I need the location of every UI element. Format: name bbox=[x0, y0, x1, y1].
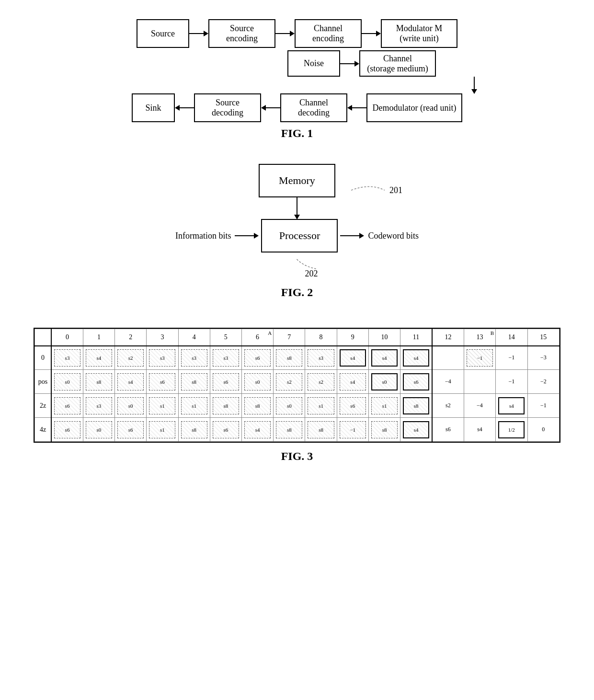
fig3-cell-1-4: s8 bbox=[178, 370, 210, 394]
fig3-label: FIG. 3 bbox=[281, 450, 313, 463]
fig3-cell-2-1: s3 bbox=[83, 394, 114, 418]
fig3-cell-0-10: s4 bbox=[368, 346, 400, 370]
fig3-cell-0-12 bbox=[432, 346, 464, 370]
sink-box: Sink bbox=[132, 93, 175, 122]
fig2-diagram: Memory 201 Information bits bbox=[153, 164, 441, 252]
fig3-cell-1-0: s0 bbox=[51, 370, 83, 394]
col-header-9: 9 bbox=[337, 329, 368, 346]
col-header-7: 7 bbox=[274, 329, 305, 346]
fig3-row-1: poss0s8s4s6s8s6s0s2s2s4s0s6−4−1−2 bbox=[35, 370, 560, 394]
fig3-cell-3-8: s8 bbox=[305, 418, 337, 442]
fig3-cell-3-4: s8 bbox=[178, 418, 210, 442]
fig3-cell-1-1: s8 bbox=[83, 370, 114, 394]
fig3-cell-3-0: s6 bbox=[51, 418, 83, 442]
fig3-row-header-0: 0 bbox=[35, 346, 52, 370]
fig3-row-0: 0s3s4s2s3s3s3s6s8s3s4s4s4−1−1−3 bbox=[35, 346, 560, 370]
fig3-cell-2-10: s1 bbox=[368, 394, 400, 418]
fig3-cell-3-9: −1 bbox=[337, 418, 368, 442]
fig3-cell-0-8: s3 bbox=[305, 346, 337, 370]
fig3-cell-2-2: s0 bbox=[115, 394, 147, 418]
fig3-cell-3-2: s6 bbox=[115, 418, 147, 442]
col-header-3: 3 bbox=[147, 329, 178, 346]
channel-decoding-box: Channel decoding bbox=[280, 93, 347, 122]
fig3-cell-2-0: s6 bbox=[51, 394, 83, 418]
fig3-container: 0 1 2 3 4 5 6 A 7 8 9 10 11 12 13 B bbox=[29, 328, 565, 477]
fig2-memory-row: Memory 201 bbox=[259, 164, 335, 197]
fig3-cell-0-7: s8 bbox=[274, 346, 305, 370]
fig2-container: Memory 201 Information bits bbox=[29, 164, 565, 313]
fig3-cell-0-11: s4 bbox=[400, 346, 432, 370]
fig3-cell-1-13 bbox=[464, 370, 495, 394]
fig1-label: FIG. 1 bbox=[281, 127, 313, 140]
fig3-cell-3-10: s8 bbox=[368, 418, 400, 442]
fig3-cell-1-7: s2 bbox=[274, 370, 305, 394]
col-header-11: 11 bbox=[400, 329, 432, 346]
fig3-cell-1-2: s4 bbox=[115, 370, 147, 394]
col-header-0: 0 bbox=[51, 329, 83, 346]
fig3-cell-0-0: s3 bbox=[51, 346, 83, 370]
fig3-cell-0-5: s3 bbox=[210, 346, 241, 370]
fig3-row-3: 4zs6s0s6s1s8s6s4s8s8−1s8s4s6s41/20 bbox=[35, 418, 560, 442]
fig3-cell-2-9: s6 bbox=[337, 394, 368, 418]
fig3-cell-0-1: s4 bbox=[83, 346, 114, 370]
fig3-cell-3-6: s4 bbox=[241, 418, 273, 442]
fig3-cell-3-5: s6 bbox=[210, 418, 241, 442]
col-header-12: 12 bbox=[432, 329, 464, 346]
fig3-cell-2-14: s4 bbox=[496, 394, 527, 418]
fig1-wrapper: Source Source encoding Channel encoding … bbox=[81, 19, 513, 122]
col-header-1: 1 bbox=[83, 329, 114, 346]
col-header-15: 15 bbox=[527, 329, 559, 346]
fig3-cell-3-7: s8 bbox=[274, 418, 305, 442]
fig3-cell-3-11: s4 bbox=[400, 418, 432, 442]
memory-box: Memory bbox=[259, 164, 335, 197]
fig3-cell-1-15: −2 bbox=[527, 370, 559, 394]
fig3-cell-2-5: s8 bbox=[210, 394, 241, 418]
fig3-cell-0-6: s6 bbox=[241, 346, 273, 370]
fig3-cell-2-4: s1 bbox=[178, 394, 210, 418]
fig3-cell-3-3: s1 bbox=[147, 418, 178, 442]
processor-id-label: 202 bbox=[276, 259, 318, 279]
source-decoding-box: Source decoding bbox=[194, 93, 261, 122]
fig3-row-header-3: 4z bbox=[35, 418, 52, 442]
fig3-cell-1-9: s4 bbox=[337, 370, 368, 394]
fig3-cell-2-15: −1 bbox=[527, 394, 559, 418]
fig3-cell-0-9: s4 bbox=[337, 346, 368, 370]
channel-box: Channel (storage medium) bbox=[359, 50, 436, 77]
fig3-cell-2-3: s1 bbox=[147, 394, 178, 418]
fig3-row-2: 2zs6s3s0s1s1s8s8s0s1s6s1s8s2−4s4−1 bbox=[35, 394, 560, 418]
col-header-13: 13 B bbox=[464, 329, 495, 346]
col-header-10: 10 bbox=[368, 329, 400, 346]
fig1-row2: Noise Channel (storage medium) bbox=[81, 50, 513, 93]
fig2-label: FIG. 2 bbox=[281, 286, 313, 299]
fig3-cell-2-11: s8 bbox=[400, 394, 432, 418]
fig3-cell-3-14: 1/2 bbox=[496, 418, 527, 442]
fig3-cell-1-5: s6 bbox=[210, 370, 241, 394]
fig3-cell-0-13: −1 bbox=[464, 346, 495, 370]
memory-id-label: 201 bbox=[351, 181, 402, 200]
fig3-cell-2-6: s8 bbox=[241, 394, 273, 418]
modulator-box: Modulator M (write unit) bbox=[381, 19, 457, 48]
fig3-row-header-1: pos bbox=[35, 370, 52, 394]
col-header-2: 2 bbox=[115, 329, 147, 346]
noise-box: Noise bbox=[287, 50, 340, 77]
fig3-cell-3-15: 0 bbox=[527, 418, 559, 442]
fig3-cell-0-4: s3 bbox=[178, 346, 210, 370]
fig3-cell-1-14: −1 bbox=[496, 370, 527, 394]
fig3-cell-1-6: s0 bbox=[241, 370, 273, 394]
fig3-cell-1-11: s6 bbox=[400, 370, 432, 394]
fig3-row-corner bbox=[35, 329, 52, 346]
info-bits-label: Information bits bbox=[175, 231, 231, 241]
source-encoding-box: Source encoding bbox=[208, 19, 275, 48]
fig2-processor-row: Information bits Processor Codeword bits bbox=[175, 219, 419, 252]
col-header-14: 14 bbox=[496, 329, 527, 346]
fig3-cell-2-13: −4 bbox=[464, 394, 495, 418]
fig3-cell-2-7: s0 bbox=[274, 394, 305, 418]
fig3-cell-2-12: s2 bbox=[432, 394, 464, 418]
fig3-table: 0 1 2 3 4 5 6 A 7 8 9 10 11 12 13 B bbox=[34, 329, 560, 442]
fig3-cell-1-12: −4 bbox=[432, 370, 464, 394]
fig3-cell-3-13: s4 bbox=[464, 418, 495, 442]
fig3-row-header-2: 2z bbox=[35, 394, 52, 418]
channel-encoding-box: Channel encoding bbox=[295, 19, 362, 48]
processor-box: Processor bbox=[261, 219, 338, 252]
fig3-header-row: 0 1 2 3 4 5 6 A 7 8 9 10 11 12 13 B bbox=[35, 329, 560, 346]
